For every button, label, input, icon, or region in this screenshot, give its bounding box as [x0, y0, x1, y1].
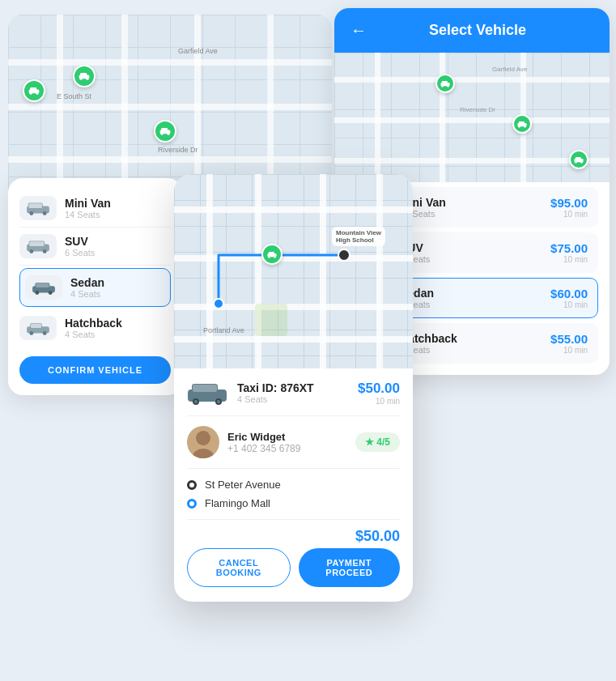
sv-mini-van-price: $95.00 [550, 196, 588, 210]
sv-hatchback-price: $55.00 [550, 332, 588, 346]
sv-suv-time: 10 min [550, 255, 588, 264]
svg-point-75 [43, 331, 47, 335]
sv-header: ← Select Vehicle [334, 8, 610, 53]
svg-point-18 [441, 84, 444, 87]
lc-mini-van-icon [19, 196, 57, 220]
lc-sedan[interactable]: Sedan 4 Seats [19, 268, 171, 307]
total-price-row: $50.00 [187, 520, 400, 548]
dest-dot [187, 499, 197, 509]
lc-suv[interactable]: SUV 6 Seats [19, 228, 171, 266]
svg-point-22 [518, 125, 520, 127]
car-pin-2 [154, 120, 176, 143]
lc-hatchback-icon [19, 316, 57, 340]
driver-name: Eric Widget [227, 431, 347, 443]
svg-point-6 [160, 133, 163, 135]
sv-title: Select Vehicle [378, 22, 577, 39]
payment-proceed-button[interactable]: PAYMENT PROCEED [299, 548, 401, 587]
fc-taxi-car-icon [187, 380, 227, 406]
origin-row: St Peter Avenue [187, 479, 400, 491]
driver-info: Eric Widget +1 402 345 6789 [227, 431, 347, 454]
fc-taxi-price: $50.00 [358, 381, 400, 397]
svg-rect-1 [80, 73, 87, 76]
sv-car-2 [512, 114, 532, 134]
route-row: St Peter Avenue Flamingo Mall [187, 469, 400, 520]
svg-point-11 [36, 92, 38, 95]
fc-taxi-time: 10 min [358, 397, 400, 406]
lc-hatchback-name: Hatchback [65, 317, 122, 330]
svg-point-23 [524, 125, 526, 127]
origin-label: St Peter Avenue [205, 479, 281, 491]
lc-sedan-seats: 4 Seats [70, 289, 104, 299]
sv-sedan-time: 10 min [550, 300, 588, 309]
lc-sedan-info: Sedan 4 Seats [70, 276, 104, 299]
svg-point-78 [338, 249, 350, 261]
driver-phone: +1 402 345 6789 [227, 443, 347, 454]
destination-row: Flamingo Mall [187, 497, 400, 509]
sv-card-map: Garfield Ave Riverside Dr [334, 53, 610, 182]
driver-row: Eric Widget +1 402 345 6789 ★ 4/5 [187, 416, 400, 469]
taxi-info-row: Taxi ID: 876XT 4 Seats $50.00 10 min [187, 380, 400, 416]
sv-car-3 [569, 150, 588, 169]
driver-rating: ★ 4/5 [355, 432, 400, 452]
riverside-label: Riverside Dr [158, 146, 198, 154]
driver-avatar [187, 426, 219, 458]
svg-point-70 [49, 291, 53, 295]
lc-suv-seats: 6 Seats [65, 248, 95, 258]
south-st-label: E South St [57, 92, 91, 100]
lc-hatchback-seats: 4 Seats [65, 330, 122, 339]
sv-mini-van-name: Mini Van [400, 196, 550, 209]
lc-sedan-name: Sedan [70, 276, 104, 289]
origin-dot [187, 480, 197, 490]
svg-point-60 [43, 211, 47, 215]
svg-rect-21 [519, 121, 525, 125]
svg-point-2 [79, 78, 82, 80]
svg-point-82 [274, 255, 276, 258]
svg-point-81 [268, 255, 270, 258]
svg-rect-58 [29, 203, 42, 208]
lc-mini-van-name: Mini Van [65, 197, 111, 210]
lc-suv-icon [19, 234, 57, 258]
svg-rect-9 [30, 87, 36, 91]
lc-hatchback-info: Hatchback 4 Seats [65, 317, 122, 339]
sv-hatchback-time: 10 min [550, 346, 588, 355]
svg-point-10 [29, 92, 32, 95]
svg-rect-17 [442, 81, 448, 84]
sv-hatchback-name: Hatchback [400, 332, 550, 345]
sv-mini-van-seats: 14 Seats [400, 209, 550, 219]
lc-mini-van-info: Mini Van 14 Seats [65, 197, 111, 219]
svg-point-19 [447, 84, 449, 87]
svg-rect-25 [576, 157, 581, 160]
svg-point-89 [217, 400, 220, 403]
svg-rect-5 [161, 128, 168, 131]
confirm-vehicle-button[interactable]: CONFIRM VEHICLE [19, 356, 171, 384]
sv-mini-van-info: Mini Van 14 Seats [400, 196, 550, 219]
sv-suv-info: SUV 6 Seats [400, 241, 550, 264]
booking-detail-card: Portland Ave Mountain ViewHigh School [174, 174, 413, 602]
sv-suv-price: $75.00 [550, 241, 588, 255]
svg-point-3 [86, 78, 88, 80]
fc-route-map: Portland Ave Mountain ViewHigh School [174, 174, 413, 368]
svg-point-7 [167, 133, 169, 135]
cancel-booking-button[interactable]: CANCEL BOOKING [187, 548, 291, 587]
sv-sedan-price: $60.00 [550, 287, 588, 300]
svg-rect-85 [193, 385, 217, 392]
svg-point-87 [194, 400, 198, 403]
sv-mini-van-time: 10 min [550, 210, 588, 219]
total-price: $50.00 [355, 528, 400, 545]
lc-mini-van[interactable]: Mini Van 14 Seats [19, 189, 171, 228]
svg-point-27 [580, 160, 583, 163]
sv-suv-seats: 6 Seats [400, 254, 550, 264]
lc-sedan-icon [25, 275, 62, 300]
sv-sedan-name: Sedan [400, 287, 550, 300]
sv-hatchback-seats: 4 Seats [400, 345, 550, 355]
fc-booking-details: Taxi ID: 876XT 4 Seats $50.00 10 min Eri… [174, 368, 413, 602]
sv-garfield-label: Garfield Ave [492, 66, 527, 73]
svg-point-69 [35, 291, 39, 295]
svg-point-74 [29, 331, 33, 335]
back-button[interactable]: ← [350, 21, 367, 40]
lc-hatchback[interactable]: Hatchback 4 Seats [19, 309, 171, 347]
car-pin-3 [23, 79, 45, 102]
fc-car-pin [261, 244, 283, 265]
lc-suv-info: SUV 6 Seats [65, 235, 95, 258]
lc-suv-name: SUV [65, 235, 95, 248]
